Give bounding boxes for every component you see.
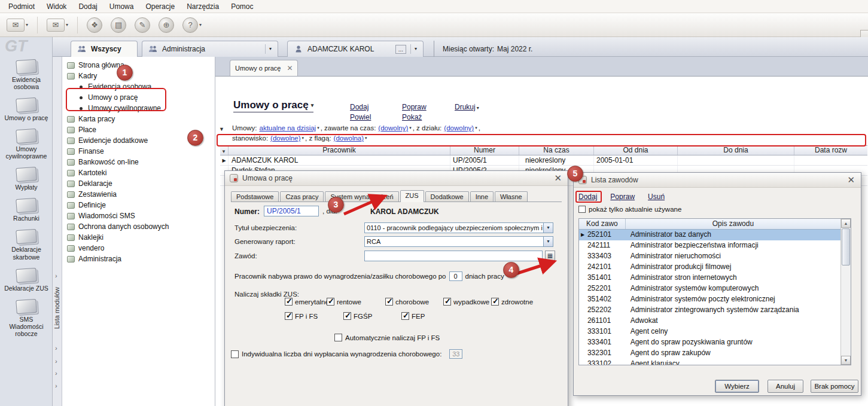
individual-sick-days-input[interactable]: 33 xyxy=(449,349,462,359)
menu-item[interactable]: Operacje xyxy=(139,1,181,13)
close-icon[interactable]: ✕ xyxy=(287,64,293,72)
document-tab-umowy[interactable]: Umowy o pracę ✕ xyxy=(230,60,298,76)
close-icon[interactable]: ✕ xyxy=(553,173,563,184)
cancel-button[interactable]: Anuluj xyxy=(768,380,803,393)
zus-checkbox-item[interactable]: rentowe xyxy=(327,298,385,306)
auto-fp-row[interactable]: Automatycznie naliczaj FP i FS xyxy=(334,334,440,341)
menu-item[interactable]: Pomoc xyxy=(225,1,259,13)
help-button[interactable]: ?▾ xyxy=(181,16,203,34)
add-profession-link[interactable]: Dodaj xyxy=(578,193,597,201)
column-header[interactable]: Kod zawo xyxy=(579,219,626,229)
profession-row[interactable]: 261101 Adwokat xyxy=(579,316,840,326)
chevron-right-icon[interactable]: › xyxy=(55,358,57,365)
checkbox[interactable] xyxy=(343,312,351,320)
zus-checkbox-item[interactable]: wypadkowe xyxy=(443,298,491,306)
dialog-tab[interactable]: Własne xyxy=(495,191,528,202)
dialog-tab[interactable]: Podstawowe xyxy=(231,191,279,202)
tree-item[interactable]: Karta pracy xyxy=(62,114,215,124)
checkbox[interactable] xyxy=(385,298,393,306)
scrollbar-thumb[interactable] xyxy=(842,228,850,265)
printer-button[interactable]: ⊕ xyxy=(157,16,176,34)
checkbox[interactable] xyxy=(231,350,239,358)
zus-checkbox-item[interactable]: chorobowe xyxy=(385,298,443,306)
employee-more-button[interactable]: ... xyxy=(395,45,406,54)
tree-item[interactable]: Definicje xyxy=(62,200,215,210)
tree-item[interactable]: Administracja xyxy=(62,254,215,264)
edit-contract-link[interactable]: Popraw xyxy=(402,103,427,111)
menu-item[interactable]: Dodaj xyxy=(72,1,103,13)
tree-item[interactable]: Strona główna xyxy=(62,60,215,71)
numer-value[interactable]: UP/2005/1 xyxy=(264,206,319,216)
profession-row[interactable]: 333403 Administrator nieruchomości xyxy=(579,251,840,262)
checkbox[interactable] xyxy=(334,334,342,341)
column-header[interactable]: Numer xyxy=(450,146,519,155)
tree-item[interactable]: Umowy cywilnoprawne xyxy=(62,103,215,114)
zus-checkbox-item[interactable]: emerytalne xyxy=(285,298,327,306)
module-item[interactable]: Umowy o pracę xyxy=(0,98,53,121)
tab-employee[interactable]: ADAMCZUK KAROL ... ▾ xyxy=(287,41,424,57)
filter-value-link[interactable]: aktualne na dzisiaj xyxy=(260,124,316,132)
chevron-right-icon[interactable]: › xyxy=(55,344,57,352)
individual-sick-row[interactable]: Indywidualna liczba dni wypłacania wynag… xyxy=(231,349,462,359)
chevron-down-icon[interactable]: ▼ xyxy=(543,223,553,233)
zus-checkbox-item[interactable]: FGŚP xyxy=(343,312,401,320)
tree-item[interactable]: Umowy o pracę xyxy=(62,92,215,103)
column-header[interactable]: Od dnia xyxy=(594,146,678,155)
dialog-tab[interactable]: Dodatkowe xyxy=(425,191,469,202)
tree-item[interactable]: Bankowość on-line xyxy=(62,157,215,167)
close-icon[interactable]: ✕ xyxy=(846,175,856,185)
help-button[interactable]: Brak pomocy xyxy=(811,380,858,393)
module-item[interactable]: Umowy cywilnoprawne xyxy=(0,129,53,160)
filter-value-link[interactable]: (dowolna) xyxy=(334,135,364,142)
tree-item[interactable]: Kadry xyxy=(62,71,215,81)
mail-button[interactable]: ✉▾ xyxy=(45,17,70,33)
contract-row[interactable]: ADAMCZUK KAROL UP/2005/1 nieokreślony 20… xyxy=(220,155,867,166)
checkbox[interactable] xyxy=(327,298,334,306)
chevron-down-icon[interactable]: ▼ xyxy=(543,237,553,246)
delete-profession-link[interactable]: Usuń xyxy=(648,193,665,201)
add-contract-link[interactable]: Dodaj xyxy=(350,103,368,111)
dialog-titlebar[interactable]: Umowa o pracę ✕ xyxy=(225,171,568,186)
tree-item[interactable]: Naklejki xyxy=(62,232,215,243)
profession-row[interactable]: 333101 Agent celny xyxy=(579,326,840,337)
filter-funnel-icon[interactable]: ▼ xyxy=(219,126,224,132)
profession-row[interactable]: 252201 Administrator systemów komputerow… xyxy=(579,283,840,294)
profession-row[interactable]: 333102 Agent klarujący xyxy=(579,359,840,365)
chevron-down-icon[interactable]: ▾ xyxy=(410,44,417,54)
tytul-combobox[interactable]: 0110 - pracownik podlegający ubezpieczen… xyxy=(364,222,553,233)
tree-item[interactable]: Ewidencja osobowa xyxy=(62,81,215,92)
chevron-down-icon[interactable]: ▾ xyxy=(265,44,272,54)
dialog-tab[interactable]: Inne xyxy=(470,191,494,202)
zus-checkbox-item[interactable]: FP i FS xyxy=(285,312,343,320)
dialog-titlebar[interactable]: Lista zawodów ✕ xyxy=(574,173,861,188)
filter-value-link[interactable]: (dowolne) xyxy=(270,135,301,142)
module-item[interactable]: Ewidencja osobowa xyxy=(0,60,53,90)
scrollbar[interactable]: ▲ ▼ xyxy=(840,219,851,365)
chevron-right-icon[interactable]: › xyxy=(55,382,57,389)
menu-item[interactable]: Podmiot xyxy=(2,1,41,13)
tab-all-employees[interactable]: Wszyscy xyxy=(71,41,138,57)
profession-row[interactable]: 351402 Administrator systemów poczty ele… xyxy=(579,294,840,305)
show-contract-link[interactable]: Pokaż xyxy=(402,113,422,121)
column-header[interactable]: Pracownik xyxy=(229,146,450,155)
tree-item[interactable]: Deklaracje xyxy=(62,178,215,189)
stamp-button[interactable]: ✎ xyxy=(133,16,152,34)
menu-item[interactable]: Umowa xyxy=(103,1,140,13)
scroll-down-icon[interactable]: ▼ xyxy=(841,356,851,365)
zus-checkbox-item[interactable]: FEP xyxy=(401,312,449,320)
print-link[interactable]: Drukuj▾ xyxy=(455,103,479,111)
professions-filter-row[interactable]: pokaż tylko aktualnie używane xyxy=(578,206,681,213)
profession-row[interactable]: 252202 Administrator zintegrowanych syst… xyxy=(579,305,840,316)
menu-item[interactable]: Widok xyxy=(41,1,72,13)
zawod-input[interactable] xyxy=(364,251,543,261)
checkbox[interactable] xyxy=(285,312,293,320)
tree-item[interactable]: Ochrona danych osobowych xyxy=(62,221,215,232)
filter-value-link[interactable]: (dowolny) xyxy=(378,124,408,132)
tree-item[interactable]: Zestawienia xyxy=(62,189,215,200)
tree-item[interactable]: Wiadomości SMS xyxy=(62,210,215,221)
send-mail-button[interactable]: ✉▾ xyxy=(5,17,30,33)
tree-item[interactable]: vendero xyxy=(62,243,215,254)
module-item[interactable]: Deklaracje skarbowe xyxy=(0,230,53,260)
page-title-menu[interactable]: Umowy o pracę▾ xyxy=(233,99,313,112)
select-button[interactable]: Wybierz xyxy=(715,380,759,393)
